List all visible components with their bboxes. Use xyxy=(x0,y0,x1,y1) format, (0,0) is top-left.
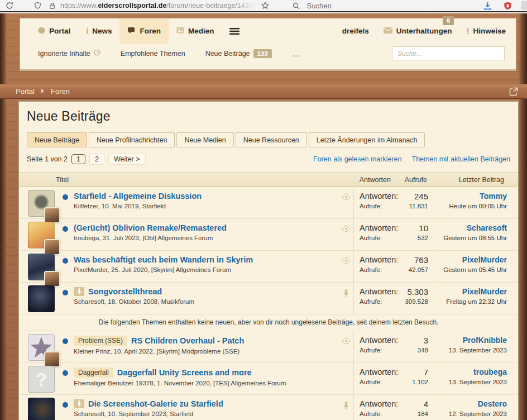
last-poster-avatar[interactable] xyxy=(44,207,60,223)
bookmark-star-icon[interactable] xyxy=(259,1,271,11)
views-label: Aufrufe: xyxy=(360,379,382,385)
views-value: 348 xyxy=(418,347,428,354)
views-value: 11.831 xyxy=(409,203,428,209)
unread-section-notice: Die folgenden Themen enthalten keine neu… xyxy=(19,314,518,331)
replies-value: 763 xyxy=(414,255,428,265)
tab-neue-profilnachrichten[interactable]: Neue Profilnachrichten xyxy=(89,132,175,147)
last-poster-link[interactable]: Tommy xyxy=(434,192,507,201)
thread-meta: troubega, 31. Juli 2023, [Obl] Allgemein… xyxy=(74,235,339,241)
browser-search-placeholder: Suchen xyxy=(307,2,332,10)
page-1-button[interactable]: 1 xyxy=(71,154,85,164)
avatar-image: ? xyxy=(28,366,55,393)
views-label: Aufrufe: xyxy=(360,266,382,273)
extension-icon-partial[interactable] xyxy=(521,1,527,10)
avatar-image xyxy=(28,285,55,312)
nav-item-medien[interactable]: Medien xyxy=(169,18,222,44)
nav-item-portal[interactable]: Portal xyxy=(30,18,78,44)
alerts-link[interactable]: ! Hinweise xyxy=(466,26,506,36)
last-post-time: 13. September 2023 xyxy=(434,347,507,354)
thread-title-link[interactable]: Die Screenshot-Galerie zu Starfield xyxy=(88,399,223,408)
thread-row: Was beschäftigt euch beim Wandern in Sky… xyxy=(19,251,518,283)
subnav-ignorierte-inhalte[interactable]: Ignorierte Inhalte xyxy=(38,49,100,58)
views-label: Aufrufe: xyxy=(360,298,382,305)
unread-dot-icon xyxy=(63,402,68,408)
address-bar[interactable]: https://www.elderscrollsportal.de/forum/… xyxy=(31,1,271,11)
thread-avatar[interactable] xyxy=(28,334,55,361)
watched-eye-icon xyxy=(342,194,351,200)
thread-avatar[interactable] xyxy=(28,285,55,312)
tab-neue-medien[interactable]: Neue Medien xyxy=(176,132,233,147)
thread-title-link[interactable]: Was beschäftigt euch beim Wandern in Sky… xyxy=(74,255,253,264)
thread-stats: Antworten:3 Aufrufe:348 xyxy=(353,331,434,362)
current-threads-link[interactable]: Themen mit aktuellen Beiträgen xyxy=(412,155,510,163)
thread-meta: Scharesoft, 18. Oktober 2008, Musikforum xyxy=(74,298,339,305)
thread-avatar[interactable]: ? xyxy=(28,366,55,393)
browser-search-bar[interactable]: Suchen xyxy=(290,1,481,11)
pagination-bar: Seite 1 von 2 1 2 Weiter > Foren als gel… xyxy=(27,154,510,165)
reload-icon[interactable] xyxy=(3,1,16,11)
column-title: Titel xyxy=(19,176,353,184)
comments-icon xyxy=(127,27,136,36)
lock-icon[interactable] xyxy=(46,1,58,11)
tab-neue-beitraege[interactable]: Neue Beiträge xyxy=(27,132,87,147)
subnav-neue-beitraege[interactable]: Neue Beiträge 133 xyxy=(205,49,272,58)
sticky-pin-icon xyxy=(74,399,84,408)
adblock-shield-icon[interactable] xyxy=(501,1,514,11)
right-wood-edge xyxy=(519,13,527,420)
page-2-button[interactable]: 2 xyxy=(89,154,104,165)
subnav-label: Empfohlene Themen xyxy=(121,50,185,58)
unread-dot-icon xyxy=(63,194,68,200)
external-link-icon[interactable] xyxy=(509,87,518,98)
thread-avatar[interactable] xyxy=(28,222,55,249)
nav-item-news[interactable]: i News xyxy=(78,18,119,44)
unread-dot-icon xyxy=(63,338,68,344)
last-poster-link[interactable]: Destero xyxy=(434,399,507,408)
replies-label: Antworten: xyxy=(360,223,398,233)
next-page-button[interactable]: Weiter > xyxy=(108,154,146,165)
replies-value: 7 xyxy=(424,367,428,377)
last-poster-link[interactable]: troubega xyxy=(434,367,507,376)
thread-title-link[interactable]: Starfield - Allgemeine Diskussion xyxy=(74,192,202,201)
last-poster-link[interactable]: PixelMurder xyxy=(434,287,507,296)
breadcrumb-foren[interactable]: Foren xyxy=(51,87,70,96)
shield-icon[interactable] xyxy=(31,1,44,11)
hamburger-menu-icon[interactable] xyxy=(222,18,247,44)
thread-avatar[interactable] xyxy=(28,398,55,420)
last-poster-link[interactable]: ProfKnibble xyxy=(434,336,507,345)
replies-label: Antworten: xyxy=(360,367,398,377)
last-poster-link[interactable]: PixelMurder xyxy=(434,255,507,264)
last-poster-link[interactable]: Scharesoft xyxy=(434,223,507,232)
thread-avatar[interactable] xyxy=(28,190,55,217)
thread-avatar[interactable] xyxy=(28,254,55,280)
thread-prefix-badge[interactable]: Problem (SSE) xyxy=(74,336,127,346)
nav-label: Medien xyxy=(188,27,214,35)
thread-prefix-badge[interactable]: Daggerfall xyxy=(74,367,113,378)
conversations-link[interactable]: 6 Unterhaltungen xyxy=(384,27,452,35)
thread-meta: Killfetzer, 10. Mai 2019, Starfield xyxy=(74,203,339,209)
thread-stats: Antworten:4 Aufrufe:184 xyxy=(353,395,434,420)
nav-label: Foren xyxy=(140,27,161,35)
subnav-more-menu[interactable]: … xyxy=(292,49,301,58)
tab-letzte-aenderungen[interactable]: Letzte Änderungen im Almanach xyxy=(309,132,425,147)
thread-title-link[interactable]: Songvorstellthread xyxy=(88,287,162,296)
subnav-empfohlene-themen[interactable]: Empfohlene Themen xyxy=(121,50,185,58)
thread-title-link[interactable]: (Gerücht) Oblivion Remake/Remastered xyxy=(74,223,227,232)
thread-title-link[interactable]: Daggerfall Unity Screens and more xyxy=(117,368,252,377)
last-poster-avatar[interactable] xyxy=(44,351,60,367)
replies-label: Antworten: xyxy=(360,336,398,345)
forum-search-input[interactable] xyxy=(392,46,505,60)
views-label: Aufrufe: xyxy=(360,203,382,209)
username-link[interactable]: dreifels xyxy=(342,27,369,35)
nav-item-foren[interactable]: Foren xyxy=(119,18,169,44)
downloads-icon[interactable] xyxy=(481,1,494,11)
mark-forums-read-link[interactable]: Foren als gelesen markieren xyxy=(313,155,401,163)
replies-label: Antworten: xyxy=(360,255,398,265)
left-wood-edge xyxy=(0,13,7,420)
exclamation-icon: ! xyxy=(466,26,469,36)
breadcrumb-portal[interactable]: Portal xyxy=(16,87,35,96)
thread-title-link[interactable]: RS Children Overhaul - Patch xyxy=(131,336,244,345)
last-poster-avatar[interactable] xyxy=(44,239,60,255)
last-poster-avatar[interactable] xyxy=(44,271,60,287)
alerts-label: Hinweise xyxy=(473,27,506,35)
tab-neue-ressourcen[interactable]: Neue Ressourcen xyxy=(236,132,307,147)
